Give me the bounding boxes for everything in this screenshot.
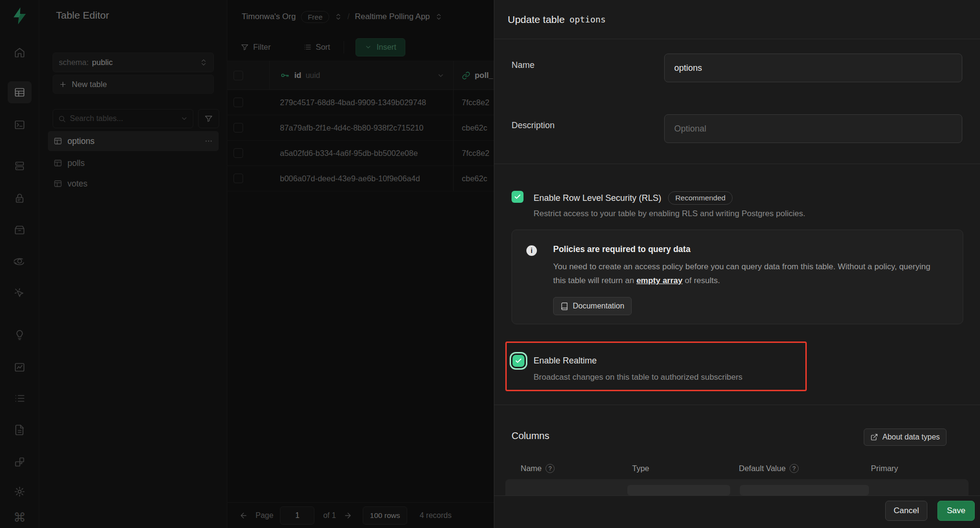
columns-heading: Columns [512,430,549,441]
modal-backdrop[interactable] [0,0,494,528]
notice-title: Policies are required to query data [553,244,690,254]
rls-checkbox[interactable] [512,191,523,203]
column-header-label: Primary [871,464,898,473]
panel-header: Update table options [494,0,980,39]
section-divider [494,164,980,164]
empty-array-link[interactable]: empty array [636,276,682,285]
check-icon [514,193,521,200]
save-button[interactable]: Save [937,501,975,521]
check-icon [515,357,522,364]
description-label: Description [512,121,555,131]
realtime-label: Enable Realtime [534,356,597,366]
columns-header-primary: Primary [871,464,898,473]
update-table-panel: Update table options Name Description En… [494,0,980,528]
notice-body-text: You need to create an access policy befo… [553,262,930,285]
realtime-description: Broadcast changes on this table to autho… [534,373,743,382]
columns-header-type: Type [632,464,649,473]
annotation-highlight-box [505,341,807,391]
notice-body: You need to create an access policy befo… [553,260,931,287]
name-label: Name [512,60,535,70]
documentation-button[interactable]: Documentation [553,297,632,315]
table-name-input[interactable] [664,54,962,82]
column-type-field-partial[interactable] [627,485,730,495]
notice-body-text: of results. [682,276,720,285]
columns-header-name: Name ? [521,464,555,473]
section-divider [494,405,980,405]
table-description-input[interactable] [664,114,962,143]
recommended-badge: Recommended [668,191,733,205]
cancel-button[interactable]: Cancel [885,501,927,521]
app-window: ⌘ Table Editor schema: public New table … [0,0,980,528]
columns-header-default: Default Value ? [739,464,799,473]
external-link-icon [870,433,878,441]
realtime-checkbox[interactable] [512,355,524,367]
column-header-label: Default Value [739,464,786,473]
policies-notice-card: i Policies are required to query data Yo… [512,230,963,324]
documentation-label: Documentation [573,302,624,310]
info-icon: i [526,245,537,256]
panel-footer: Cancel Save [494,495,980,528]
column-default-field-partial[interactable] [740,485,869,495]
panel-title: Update table [508,14,565,25]
column-header-label: Type [632,464,649,473]
column-row-partial [505,479,969,495]
rls-description: Restrict access to your table by enablin… [534,209,805,219]
panel-title-table-name: options [569,14,606,24]
column-header-label: Name [521,464,542,473]
rls-label: Enable Row Level Security (RLS) Recommen… [534,191,733,205]
about-data-types-label: About data types [882,433,940,441]
book-icon [560,302,568,310]
help-icon[interactable]: ? [790,464,799,473]
rls-label-text: Enable Row Level Security (RLS) [534,193,661,203]
help-icon[interactable]: ? [546,464,555,473]
about-data-types-button[interactable]: About data types [864,429,947,446]
